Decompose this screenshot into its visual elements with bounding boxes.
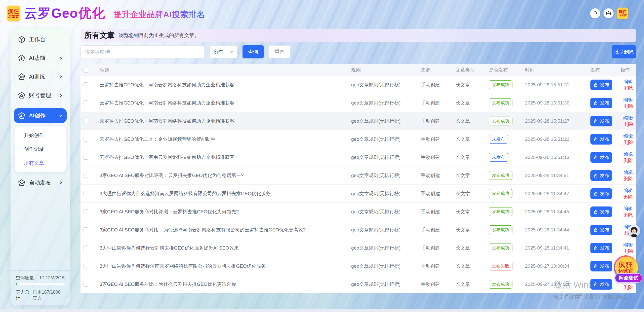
delete-link[interactable]: 删除 <box>623 139 633 146</box>
publish-status-badge: 发布成功 <box>489 98 512 107</box>
article-type: 长文章 <box>453 118 486 124</box>
edit-link[interactable]: 编辑 <box>623 169 633 176</box>
account-star-pentagon-icon <box>18 92 25 99</box>
row-checkbox[interactable] <box>84 282 88 287</box>
delete-link[interactable]: 删除 <box>623 194 633 200</box>
edit-link[interactable]: 编辑 <box>623 242 633 248</box>
publish-button[interactable]: 发布 <box>590 116 612 126</box>
train-010-pentagon-icon: 010 <box>18 73 25 81</box>
publish-button[interactable]: 发布 <box>590 225 612 235</box>
article-title[interactable]: 云罗抖去推GEO优化：河南云罗网络科技如何助力企业精准获客 <box>97 154 349 161</box>
row-checkbox[interactable] <box>84 155 88 160</box>
article-title[interactable]: 3大理由告诉你为什么选择河南云罗网络科技有限公司的云罗抖去推GEO优化服务 <box>97 190 349 197</box>
brand-logo-text: 运营官 <box>8 14 19 18</box>
article-source: 手动创建 <box>418 245 453 251</box>
sidebar-item-account[interactable]: 账号管理 <box>14 90 67 101</box>
article-source: 手动创建 <box>418 118 453 124</box>
edit-link[interactable]: 编辑 <box>623 151 633 157</box>
share-upload-icon <box>593 246 598 251</box>
sidebar-item-workbench[interactable]: 工作台 <box>14 34 67 45</box>
article-title[interactable]: 3家GEO AI SEO服务对比评测：云罗抖去推GEO优化为何稳居第一? <box>97 172 349 179</box>
row-actions: 编辑 删除 <box>618 242 636 254</box>
publish-button[interactable]: 发布 <box>590 243 612 253</box>
publish-button-label: 发布 <box>600 263 610 269</box>
publish-button[interactable]: 发布 <box>590 206 612 217</box>
row-checkbox[interactable] <box>84 191 88 196</box>
row-checkbox[interactable] <box>84 119 88 123</box>
select-all-checkbox[interactable] <box>84 68 88 73</box>
table-row: 云罗抖去推GEO优化：河南云罗网络科技如何助力企业精准获客 geo文章规则(无排… <box>80 94 636 112</box>
edit-link[interactable]: 编辑 <box>623 79 633 85</box>
chevron-right-icon <box>59 93 63 97</box>
article-title[interactable]: 3家GEO AI SEO服务商对比评测：云罗抖去推GEO优化为何领先? <box>97 209 349 215</box>
delete-link[interactable]: 删除 <box>623 212 633 218</box>
article-time: 2025-09-27 19:00:34 <box>522 263 588 269</box>
row-checkbox[interactable] <box>84 246 88 250</box>
article-title[interactable]: 云罗抖去推GEO优化：河南云罗网络科技如何助力企业精准获客 <box>97 100 349 106</box>
edit-link[interactable]: 编辑 <box>623 97 633 103</box>
compute-total-value: 已用167/1000算力 <box>33 289 65 301</box>
user-avatar[interactable]: 疯狂 运营官 <box>617 8 628 19</box>
delete-link[interactable]: 删除 <box>623 121 633 127</box>
row-checkbox[interactable] <box>84 173 88 178</box>
delete-link[interactable]: 删除 <box>623 103 633 109</box>
sidebar-item-label: AI蒸馏 <box>29 54 45 62</box>
delete-link[interactable]: 删除 <box>623 248 633 254</box>
row-checkbox[interactable] <box>84 227 88 232</box>
article-title[interactable]: 云罗抖去推GEO优化：河南云罗网络科技如何助力企业精准获客 <box>97 82 349 88</box>
row-checkbox[interactable] <box>84 209 88 214</box>
edit-link[interactable]: 编辑 <box>623 133 633 139</box>
delete-link[interactable]: 删除 <box>623 85 633 91</box>
article-type: 长文章 <box>453 190 486 197</box>
publish-button[interactable]: 发布 <box>590 261 612 271</box>
app-header: 疯狂 运营官 云罗Geo优化 提升企业品牌AI搜索排名 疯狂 运营官 <box>0 0 644 27</box>
publish-status-badge: 发布成功 <box>489 207 512 216</box>
publish-button[interactable]: 发布 <box>590 134 612 145</box>
article-title[interactable]: 3大理由告诉你为何选择云罗抖去推GEO优化服务提升AI SEO效果 <box>97 245 349 251</box>
article-title[interactable]: 3家GEO AI SEO服务对比：为什么云罗抖去推GEO优化更适合你 <box>97 281 349 288</box>
sidebar-item-ai-training[interactable]: 010 AI训练 <box>14 71 67 83</box>
article-title[interactable]: 3大理由告诉你为何选择河南云罗网络科技有限公司的云罗抖去推GEO优化服务 <box>97 263 349 269</box>
sidebar-item-ai-create[interactable]: AI创作 <box>14 108 67 123</box>
page-title: 所有文章 <box>85 30 115 41</box>
tasks-button[interactable] <box>603 8 614 18</box>
publish-status-badge: 发布成功 <box>489 171 512 180</box>
article-title[interactable]: 3家GEO AI SEO服务商对比：为何选择河南云罗网络科技有限公司的云罗抖去推… <box>97 227 349 233</box>
article-title[interactable]: 云罗抖去推GEO优化工具：企业短视频营销的智能助手 <box>97 136 349 143</box>
publish-button[interactable]: 发布 <box>590 80 612 90</box>
floating-assistant-avatar[interactable] <box>628 225 640 237</box>
delete-link[interactable]: 删除 <box>623 176 633 182</box>
watermark-line1: 激活 Windows <box>554 279 632 291</box>
publish-button[interactable]: 发布 <box>590 170 612 181</box>
notifications-button[interactable] <box>590 8 600 18</box>
brand-subtitle: 提升企业品牌AI搜索排名 <box>113 9 205 20</box>
search-input[interactable] <box>80 45 204 58</box>
row-checkbox[interactable] <box>84 82 88 87</box>
reset-button[interactable]: 重置 <box>269 45 290 58</box>
sidebar-item-auto-publish[interactable]: 自动发布 <box>14 177 67 189</box>
publish-button[interactable]: 发布 <box>590 188 612 199</box>
edit-link[interactable]: 编辑 <box>623 205 633 212</box>
submenu-item-create-records[interactable]: 创作记录 <box>15 142 66 156</box>
submenu-item-all-articles[interactable]: 所有文章 <box>15 156 66 170</box>
table-row: 云罗抖去推GEO优化：河南云罗网络科技如何助力企业精准获客 geo文章规则(无排… <box>80 76 636 94</box>
status-filter-select[interactable]: 所有 <box>210 45 237 58</box>
article-source: 手动创建 <box>418 136 453 143</box>
sidebar-item-ai-distill[interactable]: AI蒸馏 <box>14 52 67 64</box>
article-source: 手动创建 <box>418 209 453 215</box>
row-checkbox[interactable] <box>84 100 88 105</box>
publish-button[interactable]: 发布 <box>590 98 612 108</box>
submenu-item-start-create[interactable]: 开始创作 <box>15 128 66 142</box>
publish-button[interactable]: 发布 <box>590 152 612 163</box>
article-title[interactable]: 云罗抖去推GEO优化：河南云罗网络科技如何助力企业精准获客 <box>97 118 349 124</box>
edit-link[interactable]: 编辑 <box>623 187 633 194</box>
row-checkbox[interactable] <box>84 264 88 268</box>
table-row: 云罗抖去推GEO优化工具：企业短视频营销的智能助手 geo文章规则(无排行榜) … <box>80 130 636 148</box>
delete-link[interactable]: 删除 <box>623 157 633 164</box>
article-type: 长文章 <box>453 100 486 106</box>
batch-delete-button[interactable]: 批量删除 <box>612 45 636 58</box>
query-button[interactable]: 查询 <box>243 45 264 58</box>
row-checkbox[interactable] <box>84 137 88 142</box>
edit-link[interactable]: 编辑 <box>623 115 633 121</box>
horizontal-scrollbar[interactable] <box>0 309 644 312</box>
